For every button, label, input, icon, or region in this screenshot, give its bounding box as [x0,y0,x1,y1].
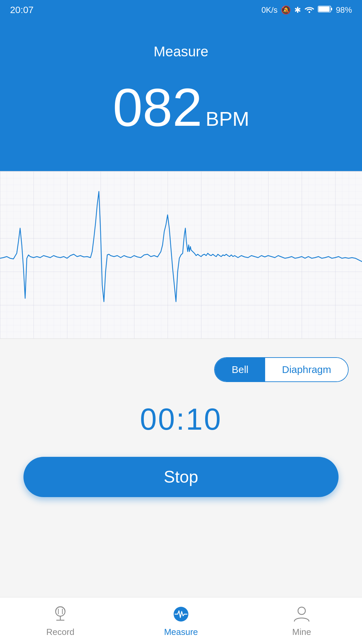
mode-toggle[interactable]: Bell Diaphragm [214,357,349,382]
battery-icon [318,5,333,15]
record-label: Record [46,627,74,637]
measure-label: Measure [164,627,198,637]
nav-item-record[interactable]: Record [0,604,121,637]
bottom-nav: Record Measure Mine [0,597,362,644]
status-icons: 0K/s 🔕 ✱ 98% [261,5,352,15]
timer-display: 00:10 [140,402,222,437]
bpm-display: 082 BPM [113,80,249,134]
status-bar: 20:07 0K/s 🔕 ✱ 98% [0,0,362,20]
status-time: 20:07 [10,5,34,15]
bpm-unit: BPM [205,107,249,130]
header-section: Measure 082 BPM [0,0,362,188]
network-speed: 0K/s [261,5,278,15]
wifi-icon [304,5,314,15]
battery-percent: 98% [336,5,352,15]
measure-icon [171,604,191,624]
nav-item-measure[interactable]: Measure [121,604,241,637]
nav-item-mine[interactable]: Mine [241,604,362,637]
bell-button[interactable]: Bell [215,358,265,381]
mine-icon [292,604,312,624]
svg-rect-2 [331,8,332,10]
stop-button[interactable]: Stop [23,457,339,497]
svg-point-11 [298,607,305,614]
controls-section: Bell Diaphragm 00:10 Stop [0,339,362,597]
svg-point-0 [308,11,310,13]
mine-label: Mine [292,627,311,637]
silent-icon: 🔕 [281,5,291,15]
bluetooth-icon: ✱ [294,5,301,15]
bpm-value: 082 [113,80,202,134]
ecg-chart [0,171,362,339]
page-title: Measure [154,44,208,60]
record-icon [50,604,70,624]
svg-rect-3 [318,7,329,12]
diaphragm-button[interactable]: Diaphragm [265,358,348,381]
ecg-waveform [0,171,362,338]
